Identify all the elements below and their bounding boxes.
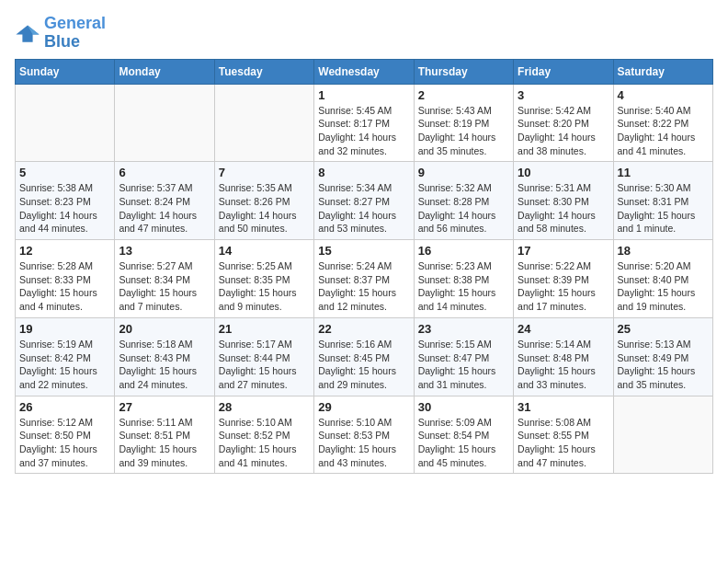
calendar-week-row: 12Sunrise: 5:28 AM Sunset: 8:33 PM Dayli… bbox=[16, 240, 713, 318]
day-number: 26 bbox=[19, 400, 110, 414]
day-info: Sunrise: 5:20 AM Sunset: 8:40 PM Dayligh… bbox=[618, 259, 709, 314]
day-number: 21 bbox=[219, 322, 310, 336]
calendar-table: SundayMondayTuesdayWednesdayThursdayFrid… bbox=[15, 59, 713, 475]
calendar-cell: 1Sunrise: 5:45 AM Sunset: 8:17 PM Daylig… bbox=[314, 84, 414, 162]
day-number: 15 bbox=[318, 244, 409, 258]
calendar-cell: 20Sunrise: 5:18 AM Sunset: 8:43 PM Dayli… bbox=[115, 317, 214, 396]
day-info: Sunrise: 5:11 AM Sunset: 8:51 PM Dayligh… bbox=[119, 416, 210, 470]
day-number: 23 bbox=[418, 322, 509, 336]
day-info: Sunrise: 5:10 AM Sunset: 8:52 PM Dayligh… bbox=[219, 416, 310, 470]
calendar-cell: 3Sunrise: 5:42 AM Sunset: 8:20 PM Daylig… bbox=[514, 84, 613, 162]
day-number: 5 bbox=[19, 166, 110, 179]
day-info: Sunrise: 5:31 AM Sunset: 8:30 PM Dayligh… bbox=[518, 181, 609, 236]
day-number: 20 bbox=[119, 322, 210, 336]
calendar-week-row: 1Sunrise: 5:45 AM Sunset: 8:17 PM Daylig… bbox=[16, 84, 713, 162]
calendar-cell: 18Sunrise: 5:20 AM Sunset: 8:40 PM Dayli… bbox=[613, 240, 712, 318]
day-info: Sunrise: 5:43 AM Sunset: 8:19 PM Dayligh… bbox=[418, 104, 509, 158]
day-info: Sunrise: 5:19 AM Sunset: 8:42 PM Dayligh… bbox=[19, 338, 110, 392]
calendar-cell: 11Sunrise: 5:30 AM Sunset: 8:31 PM Dayli… bbox=[613, 162, 712, 240]
calendar-cell bbox=[115, 84, 214, 162]
day-number: 18 bbox=[618, 244, 709, 258]
calendar-cell: 10Sunrise: 5:31 AM Sunset: 8:30 PM Dayli… bbox=[514, 162, 613, 240]
calendar-cell bbox=[613, 396, 712, 474]
day-of-week-header: Sunday bbox=[16, 59, 115, 84]
calendar-cell: 23Sunrise: 5:15 AM Sunset: 8:47 PM Dayli… bbox=[414, 317, 513, 396]
calendar-cell: 21Sunrise: 5:17 AM Sunset: 8:44 PM Dayli… bbox=[214, 317, 313, 396]
day-info: Sunrise: 5:25 AM Sunset: 8:35 PM Dayligh… bbox=[219, 259, 310, 314]
calendar-cell: 5Sunrise: 5:38 AM Sunset: 8:23 PM Daylig… bbox=[16, 162, 115, 240]
day-info: Sunrise: 5:23 AM Sunset: 8:38 PM Dayligh… bbox=[418, 259, 509, 314]
calendar-cell bbox=[214, 84, 313, 162]
calendar-cell: 14Sunrise: 5:25 AM Sunset: 8:35 PM Dayli… bbox=[214, 240, 313, 318]
day-info: Sunrise: 5:37 AM Sunset: 8:24 PM Dayligh… bbox=[119, 181, 210, 236]
day-info: Sunrise: 5:42 AM Sunset: 8:20 PM Dayligh… bbox=[518, 104, 609, 158]
day-number: 1 bbox=[318, 88, 409, 102]
calendar-cell: 9Sunrise: 5:32 AM Sunset: 8:28 PM Daylig… bbox=[414, 162, 513, 240]
calendar-cell: 22Sunrise: 5:16 AM Sunset: 8:45 PM Dayli… bbox=[314, 317, 414, 396]
calendar-cell: 12Sunrise: 5:28 AM Sunset: 8:33 PM Dayli… bbox=[16, 240, 115, 318]
calendar-header-row: SundayMondayTuesdayWednesdayThursdayFrid… bbox=[16, 59, 713, 84]
calendar-cell: 26Sunrise: 5:12 AM Sunset: 8:50 PM Dayli… bbox=[16, 396, 115, 474]
day-info: Sunrise: 5:45 AM Sunset: 8:17 PM Dayligh… bbox=[318, 104, 409, 158]
day-info: Sunrise: 5:13 AM Sunset: 8:49 PM Dayligh… bbox=[618, 338, 709, 392]
calendar-cell: 29Sunrise: 5:10 AM Sunset: 8:53 PM Dayli… bbox=[314, 396, 414, 474]
day-number: 30 bbox=[418, 400, 509, 414]
day-number: 27 bbox=[119, 400, 210, 414]
calendar-cell: 16Sunrise: 5:23 AM Sunset: 8:38 PM Dayli… bbox=[414, 240, 513, 318]
day-info: Sunrise: 5:09 AM Sunset: 8:54 PM Dayligh… bbox=[418, 416, 509, 470]
calendar-cell: 24Sunrise: 5:14 AM Sunset: 8:48 PM Dayli… bbox=[514, 317, 613, 396]
day-of-week-header: Monday bbox=[115, 59, 214, 84]
day-of-week-header: Friday bbox=[514, 59, 613, 84]
day-info: Sunrise: 5:08 AM Sunset: 8:55 PM Dayligh… bbox=[518, 416, 609, 470]
day-info: Sunrise: 5:10 AM Sunset: 8:53 PM Dayligh… bbox=[318, 416, 409, 470]
day-number: 13 bbox=[119, 244, 210, 258]
calendar-week-row: 26Sunrise: 5:12 AM Sunset: 8:50 PM Dayli… bbox=[16, 396, 713, 474]
day-number: 16 bbox=[418, 244, 509, 258]
day-info: Sunrise: 5:34 AM Sunset: 8:27 PM Dayligh… bbox=[318, 181, 409, 236]
calendar-cell bbox=[16, 84, 115, 162]
calendar-cell: 27Sunrise: 5:11 AM Sunset: 8:51 PM Dayli… bbox=[115, 396, 214, 474]
day-info: Sunrise: 5:30 AM Sunset: 8:31 PM Dayligh… bbox=[618, 181, 709, 236]
day-number: 3 bbox=[518, 88, 609, 102]
day-number: 28 bbox=[219, 400, 310, 414]
day-info: Sunrise: 5:28 AM Sunset: 8:33 PM Dayligh… bbox=[19, 259, 110, 314]
day-info: Sunrise: 5:22 AM Sunset: 8:39 PM Dayligh… bbox=[518, 259, 609, 314]
day-number: 8 bbox=[318, 166, 409, 179]
calendar-cell: 25Sunrise: 5:13 AM Sunset: 8:49 PM Dayli… bbox=[613, 317, 712, 396]
day-info: Sunrise: 5:38 AM Sunset: 8:23 PM Dayligh… bbox=[19, 181, 110, 236]
logo: General Blue bbox=[15, 15, 106, 52]
calendar-cell: 13Sunrise: 5:27 AM Sunset: 8:34 PM Dayli… bbox=[115, 240, 214, 318]
day-number: 10 bbox=[518, 166, 609, 179]
calendar-cell: 15Sunrise: 5:24 AM Sunset: 8:37 PM Dayli… bbox=[314, 240, 414, 318]
page-header: General Blue bbox=[15, 15, 713, 52]
calendar-cell: 4Sunrise: 5:40 AM Sunset: 8:22 PM Daylig… bbox=[613, 84, 712, 162]
day-number: 9 bbox=[418, 166, 509, 179]
calendar-cell: 30Sunrise: 5:09 AM Sunset: 8:54 PM Dayli… bbox=[414, 396, 513, 474]
day-of-week-header: Tuesday bbox=[214, 59, 313, 84]
day-info: Sunrise: 5:27 AM Sunset: 8:34 PM Dayligh… bbox=[119, 259, 210, 314]
day-number: 31 bbox=[518, 400, 609, 414]
day-of-week-header: Wednesday bbox=[314, 59, 414, 84]
day-info: Sunrise: 5:24 AM Sunset: 8:37 PM Dayligh… bbox=[318, 259, 409, 314]
logo-icon bbox=[15, 20, 40, 46]
day-number: 7 bbox=[219, 166, 310, 179]
calendar-cell: 8Sunrise: 5:34 AM Sunset: 8:27 PM Daylig… bbox=[314, 162, 414, 240]
calendar-cell: 28Sunrise: 5:10 AM Sunset: 8:52 PM Dayli… bbox=[214, 396, 313, 474]
day-of-week-header: Saturday bbox=[613, 59, 712, 84]
day-number: 19 bbox=[19, 322, 110, 336]
logo-text: General Blue bbox=[44, 15, 106, 52]
day-number: 22 bbox=[318, 322, 409, 336]
day-info: Sunrise: 5:18 AM Sunset: 8:43 PM Dayligh… bbox=[119, 338, 210, 392]
day-number: 12 bbox=[19, 244, 110, 258]
day-number: 6 bbox=[119, 166, 210, 179]
day-info: Sunrise: 5:12 AM Sunset: 8:50 PM Dayligh… bbox=[19, 416, 110, 470]
day-number: 2 bbox=[418, 88, 509, 102]
day-number: 24 bbox=[518, 322, 609, 336]
calendar-cell: 17Sunrise: 5:22 AM Sunset: 8:39 PM Dayli… bbox=[514, 240, 613, 318]
calendar-cell: 31Sunrise: 5:08 AM Sunset: 8:55 PM Dayli… bbox=[514, 396, 613, 474]
calendar-week-row: 5Sunrise: 5:38 AM Sunset: 8:23 PM Daylig… bbox=[16, 162, 713, 240]
day-info: Sunrise: 5:35 AM Sunset: 8:26 PM Dayligh… bbox=[219, 181, 310, 236]
day-info: Sunrise: 5:32 AM Sunset: 8:28 PM Dayligh… bbox=[418, 181, 509, 236]
calendar-cell: 19Sunrise: 5:19 AM Sunset: 8:42 PM Dayli… bbox=[16, 317, 115, 396]
day-number: 29 bbox=[318, 400, 409, 414]
